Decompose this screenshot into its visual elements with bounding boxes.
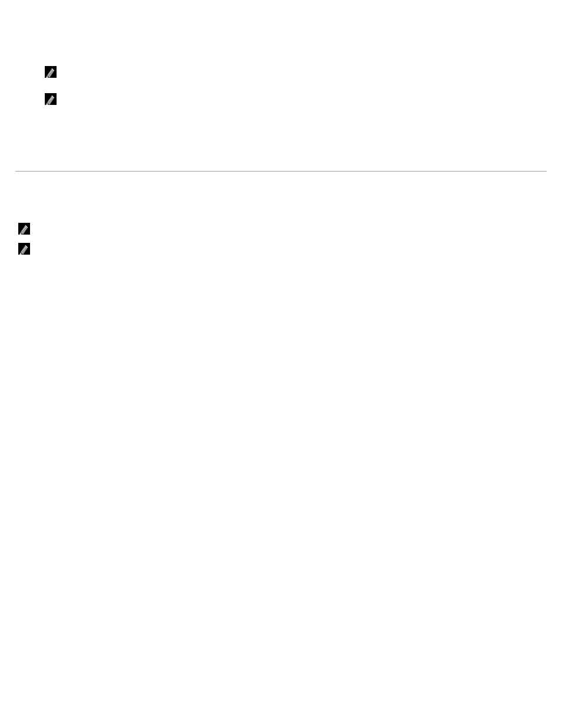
section-divider bbox=[15, 171, 547, 172]
note-icon bbox=[45, 93, 57, 105]
note-icon bbox=[18, 223, 30, 235]
note-icon bbox=[45, 66, 57, 78]
note-icon bbox=[18, 243, 30, 255]
